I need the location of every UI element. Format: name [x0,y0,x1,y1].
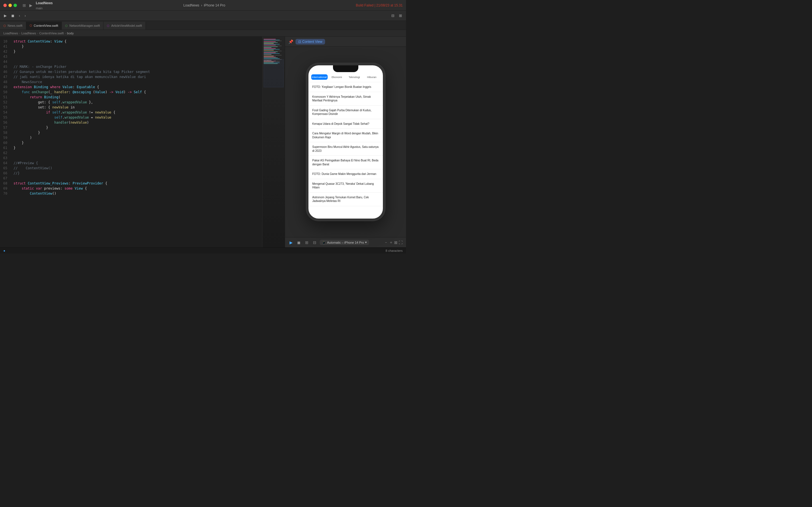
code-line: } [11,145,262,151]
minimap-viewport: onChange Picker [264,59,284,87]
news-list: FOTO: 'Kegilaan' Lengan Bionik Buatan In… [308,82,383,206]
news-item[interactable]: Fosil Gading Gajah Purba Ditemukan di Ku… [308,106,383,119]
tab-articleviewmodel-swift[interactable]: ⬡ ArticleViewModel.swift [103,22,146,30]
news-title: Astronom Jepang Temukan Komet Baru, Cek … [312,195,379,203]
tab-news-swift[interactable]: ⬡ News.swift [0,22,26,30]
zoom-in-btn[interactable]: ＋ [389,240,393,245]
main-area: 10 41 42 43 44 45 46 47 48 49 50 51 52 5… [0,37,406,247]
preview-panel: 📌 ⊡ Content View International Ekonomi T… [285,37,406,247]
tab-contentview-swift[interactable]: ⬡ ContentView.swift [26,22,62,30]
code-line: ) [11,135,262,140]
news-title: Supermoon Biru Muncul Akhir Agustus, Sat… [312,145,379,153]
play-button[interactable]: ▶ [2,13,8,18]
chevron-down-icon: ▾ [365,240,367,244]
titlebar-center: LoadNews › iPhone 14 Pro [183,3,225,7]
build-status: Build Failed | 21/08/23 at 15.31 [356,3,403,7]
code-line: NewsSource [11,79,262,84]
code-line: struct ContentView: View { [11,39,262,44]
title-bar: ⊞ ▶ LoadNews main LoadNews › iPhone 14 P… [0,0,406,11]
swift-icon: ⬡ [65,24,68,27]
breadcrumb-body[interactable]: body [67,32,74,35]
zoom-controls: － ＋ ⊠ ⛶ [384,240,403,245]
iphone-screen[interactable]: International Ekonomi Teknologi Hiburan … [308,72,383,219]
breadcrumb-loadnews2[interactable]: LoadNews [21,32,36,35]
news-item[interactable]: Cara Mengatur Margin di Word dengan Muda… [308,129,383,142]
maximize-button[interactable] [13,4,17,7]
picker-tab-teknologi[interactable]: Teknologi [346,74,363,80]
breadcrumb-contentview[interactable]: ContentView.swift [39,32,64,35]
toolbar: ▶ ◼ ‹ › ⊟ ⊞ [0,11,406,21]
picker-tab-international[interactable]: International [311,74,327,80]
tab-label: NetworkManager.swift [69,24,100,27]
app-name: LoadNews main [36,0,53,10]
news-item[interactable]: FOTO: 'Kegilaan' Lengan Bionik Buatan In… [308,82,383,92]
news-item[interactable]: Astronom Jepang Temukan Komet Baru, Cek … [308,193,383,206]
code-line: // Gunanya untuk me-listen perubahan ket… [11,69,262,74]
iphone-mockup: International Ekonomi Teknologi Hiburan … [306,63,385,221]
titlebar-device: iPhone 14 Pro [204,3,225,7]
stop-button[interactable]: ◼ [10,13,16,18]
preview-play-btn[interactable]: ▶ [289,240,294,245]
nav-prev[interactable]: ‹ [17,13,22,18]
zoom-fit-btn[interactable]: ⊠ [394,240,398,245]
tabs-bar: ⬡ News.swift ⬡ ContentView.swift ⬡ Netwo… [0,21,406,30]
content-view-button[interactable]: ⊡ Content View [296,39,325,45]
code-line: set: { newValue in [11,105,262,110]
code-line: //#Preview { [11,161,262,166]
zoom-out-btn[interactable]: － [384,240,388,245]
minimize-button[interactable] [8,4,12,7]
tab-label: News.swift [8,24,22,27]
news-item[interactable]: Pakar AS Peringatkan Bahaya El Nino Buat… [308,156,383,169]
code-line: return Binding( [11,95,262,100]
code-editor[interactable]: 10 41 42 43 44 45 46 47 48 49 50 51 52 5… [0,37,262,247]
code-line: handler(newValue) [11,120,262,125]
zoom-full-btn[interactable]: ⛶ [399,240,403,245]
news-item[interactable]: Kenapa Udara di Depok Sangat Tidak Sehat… [308,119,383,129]
pin-icon[interactable]: 📌 [289,40,293,44]
preview-inspect-btn[interactable]: ◼ [296,240,302,245]
preview-grid-btn[interactable]: ⊞ [304,240,310,245]
preview-canvas: International Ekonomi Teknologi Hiburan … [285,47,406,237]
code-line: // ContentView() [11,166,262,171]
code-line [11,54,262,59]
code-line: } [11,130,262,135]
breadcrumb-loadnews1[interactable]: LoadNews [3,32,18,35]
preview-settings-btn[interactable]: ⊟ [312,240,317,245]
nav-back[interactable]: ▶ [28,3,34,8]
code-line [11,151,262,156]
news-item[interactable]: Supermoon Biru Muncul Akhir Agustus, Sat… [308,142,383,156]
code-line [11,156,262,161]
news-item[interactable]: Mengenal Quasar 3C273, 'Neraka' Dekat Lu… [308,179,383,193]
code-line: self.wrappedValue = newValue [11,115,262,120]
tab-label: ArticleViewModel.swift [111,24,142,27]
picker-tab-ekonomi[interactable]: Ekonomi [329,74,345,80]
code-line: func onChange(_ handler: @escaping (Valu… [11,90,262,95]
code-line [11,59,262,64]
code-line: struct ContentView_Previews: PreviewProv… [11,181,262,186]
nav-next[interactable]: › [23,13,28,18]
tab-networkmanager-swift[interactable]: ⬡ NetworkManager.swift [62,22,103,30]
picker-tab-hiburan[interactable]: Hiburan [364,74,380,80]
tab-label: ContentView.swift [34,24,58,27]
code-line: // jadi nanti idenya ketika di tap akan … [11,74,262,79]
line-numbers: 10 41 42 43 44 45 46 47 48 49 50 51 52 5… [0,37,11,247]
swift-icon: ⬡ [3,24,6,27]
code-line: extension Binding where Value: Equatable… [11,84,262,90]
layout-toggle[interactable]: ⊞ [397,13,404,18]
sidebar-toggle[interactable]: ⊞ [21,3,27,8]
code-line: // MARK: - onChange Picker [11,64,262,69]
news-title: Pakar AS Peringatkan Bahaya El Nino Buat… [312,159,379,166]
news-item[interactable]: Kromosom Y Akhirnya Terpetakan Utuh, Sim… [308,92,383,106]
close-button[interactable] [3,4,7,7]
titlebar-file: LoadNews [183,3,199,7]
code-line: get: { self.wrappedValue }, [11,100,262,105]
content-view-label: Content View [302,40,322,44]
news-title: Mengenal Quasar 3C273, 'Neraka' Dekat Lu… [312,182,379,189]
minimap: onChange Picker [262,37,285,247]
code-content[interactable]: struct ContentView: View { } } // MARK: … [11,37,262,247]
code-line: //} [11,171,262,176]
news-item[interactable]: FOTO: Dunia Game Makin Menggurita dari J… [308,169,383,179]
inspector-toggle[interactable]: ⊟ [390,13,396,18]
content-view-icon: ⊡ [298,40,301,44]
device-selector[interactable]: 📱 Automatic – iPhone 14 Pro ▾ [320,240,369,245]
